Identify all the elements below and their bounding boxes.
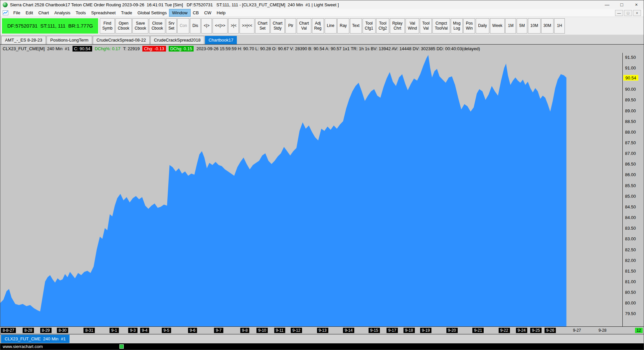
toolbar-button-find-symbol[interactable]: Find Symb bbox=[100, 18, 115, 34]
toolbar-button-connect[interactable]: Con bbox=[177, 18, 189, 34]
price-tick: 87.50 bbox=[625, 140, 636, 145]
menu-item-spreadsheet[interactable]: Spreadsheet bbox=[88, 9, 118, 16]
info-change: Chg: -0.13 bbox=[142, 46, 166, 52]
date-label: 9-18 bbox=[403, 328, 415, 333]
toolbar-button-compact-tool-values[interactable]: Cmpct ToolVal bbox=[432, 18, 450, 34]
toolbar-button-text-tool[interactable]: Text bbox=[350, 18, 362, 34]
toolbar-button-timeframe-10m[interactable]: 10M bbox=[528, 18, 540, 34]
toolbar-button-timeframe-30m[interactable]: 30M bbox=[541, 18, 554, 34]
toolbar-button-timeframe-1h[interactable]: 1H bbox=[554, 18, 565, 34]
toolbar-button-timeframe-1m[interactable]: 1M bbox=[505, 18, 516, 34]
menu-item-cb[interactable]: CB bbox=[190, 9, 202, 16]
maximize-button[interactable]: □ bbox=[614, 0, 629, 9]
mdi-close-button[interactable]: × bbox=[633, 10, 641, 16]
toolbar-button-timeframe-daily[interactable]: Daily bbox=[476, 18, 489, 34]
toolbar-button-bar-spacing-decrease-fast[interactable]: >>|<< bbox=[240, 18, 254, 34]
last-price-box: 90.54 bbox=[623, 75, 638, 80]
date-label: 9-26 bbox=[545, 328, 556, 333]
mdi-restore-button[interactable]: □ bbox=[624, 10, 632, 16]
window-controls: — □ × bbox=[600, 0, 644, 9]
time-axis[interactable]: 8-8-278-288-298-308-319-19-39-49-59-69-7… bbox=[0, 326, 644, 334]
price-area-svg bbox=[0, 53, 622, 326]
mdi-minimize-button[interactable]: — bbox=[615, 10, 623, 16]
info-daily-change: DChg: 0.15 bbox=[169, 46, 194, 52]
price-tick: 83.00 bbox=[625, 236, 636, 241]
toolbar-button-disconnect[interactable]: Dis bbox=[190, 18, 201, 34]
toolbar-button-chart-values[interactable]: Chart Val bbox=[297, 18, 311, 34]
toolbar-button-adjust-region[interactable]: Adj Reg bbox=[312, 18, 324, 34]
axis-badge: 12 bbox=[635, 328, 643, 333]
toolbar-button-position-window[interactable]: Pos Win bbox=[463, 18, 475, 34]
price-tick: 81.50 bbox=[625, 268, 636, 273]
price-scale[interactable]: 91.5091.0090.0089.5089.0088.5088.0087.50… bbox=[622, 53, 644, 326]
menu-item-global-settings[interactable]: Global Settings bbox=[135, 9, 169, 16]
toolbar-button-message-log[interactable]: Msg Log bbox=[451, 18, 463, 34]
toolbar-button-save-chartbook[interactable]: Save Cbook bbox=[132, 18, 149, 34]
menu-item-tools[interactable]: Tools bbox=[73, 9, 88, 16]
date-label: 9-24 bbox=[516, 328, 527, 333]
price-tick: 89.00 bbox=[625, 108, 636, 113]
toolbar-button-timeframe-5m[interactable]: 5M bbox=[517, 18, 527, 34]
menu-item-chart[interactable]: Chart bbox=[36, 9, 52, 16]
date-label: 9-17 bbox=[387, 328, 398, 333]
price-tick: 79.50 bbox=[625, 311, 636, 316]
info-trades: T: 22919 bbox=[123, 46, 140, 51]
menu-item-cw[interactable]: CW bbox=[202, 9, 214, 16]
toolbar-button-tool-config-1[interactable]: Tool Cfg1 bbox=[363, 18, 376, 34]
price-tick: 84.00 bbox=[625, 215, 636, 220]
date-label: 9-10 bbox=[256, 328, 268, 333]
toolbar-button-tool-config-2[interactable]: Tool Cfg2 bbox=[376, 18, 389, 34]
price-tick: 83.50 bbox=[625, 226, 636, 231]
toolbar-button-values-window[interactable]: Val Wind bbox=[405, 18, 419, 34]
price-tick: 86.00 bbox=[625, 172, 636, 177]
account-info-box: DF:57520731 ST:111, 111 BR:1.777G bbox=[2, 18, 98, 34]
toolbar-button-bar-spacing-decrease[interactable]: >|< bbox=[228, 18, 239, 34]
toolbar-button-chart-settings[interactable]: Chart Set bbox=[255, 18, 269, 34]
mdi-window-controls: — □ × bbox=[615, 10, 642, 16]
toolbar-button-ray-tool[interactable]: Ray bbox=[337, 18, 349, 34]
menu-item-analysis[interactable]: Analysis bbox=[52, 9, 73, 16]
date-label: 9-14 bbox=[343, 328, 354, 333]
toolbar-button-tool-values[interactable]: Tool Val bbox=[420, 18, 432, 34]
chartbook-tab[interactable]: Positions-LongTerm bbox=[47, 36, 92, 44]
date-label: 9-22 bbox=[499, 328, 510, 333]
minimize-button[interactable]: — bbox=[600, 0, 614, 9]
price-chart[interactable] bbox=[0, 53, 622, 326]
price-tick: 80.00 bbox=[625, 300, 636, 305]
menu-item-trade[interactable]: Trade bbox=[118, 9, 135, 16]
app-icon bbox=[3, 2, 8, 7]
date-label: 8-31 bbox=[83, 328, 95, 333]
date-label: 9-15 bbox=[369, 328, 380, 333]
toolbar-button-line-tool[interactable]: Line bbox=[325, 18, 337, 34]
toolbar-button-bar-spacing-increase-fast[interactable]: <<|>> bbox=[213, 18, 228, 34]
menu-item-window[interactable]: Window bbox=[169, 9, 190, 16]
toolbar-button-open-chartbook[interactable]: Open Cbook bbox=[115, 18, 132, 34]
date-label: 9-6 bbox=[188, 328, 197, 333]
toolbar-button-bar-spacing-increase[interactable]: <|> bbox=[201, 18, 212, 34]
toolbar-button-timeframe-week[interactable]: Week bbox=[490, 18, 505, 34]
chartbook-tab[interactable]: CrudeCrackSpread2018 bbox=[150, 36, 204, 44]
price-tick: 91.50 bbox=[625, 55, 636, 59]
toolbar-button-pointer[interactable]: Ptr bbox=[285, 18, 296, 34]
chartbook-tab[interactable]: CrudeCrackSpread-08-22 bbox=[93, 36, 150, 44]
menu-item-file[interactable]: File bbox=[11, 9, 23, 16]
toolbar-button-replay-chart[interactable]: Rplay Chrt bbox=[390, 18, 405, 34]
chartbook-tab[interactable]: AMT_-_ES 8-28-23 bbox=[1, 36, 46, 44]
chart-window-tab[interactable]: CLX23_FUT_CME 240 Min #1 bbox=[1, 335, 70, 343]
menubar: FileEditChartAnalysisToolsSpreadsheetTra… bbox=[0, 9, 644, 17]
toolbar-button-chart-studies[interactable]: Chart Stdy bbox=[270, 18, 285, 34]
titlebar[interactable]: Sierra Chart 2528 Chartbook17 Teton CME … bbox=[0, 0, 644, 9]
chart-info-bar: CLX23_FUT_CME[M] 240 Min #1C: 90.54DChg%… bbox=[0, 45, 644, 53]
close-button[interactable]: × bbox=[629, 0, 644, 9]
menu-item-help[interactable]: Help bbox=[214, 9, 228, 16]
status-indicator-icon bbox=[119, 344, 124, 349]
price-tick: 80.50 bbox=[625, 290, 636, 295]
toolbar-button-close-chartbook[interactable]: Close Cbook bbox=[149, 18, 165, 34]
price-tick: 91.00 bbox=[625, 65, 636, 70]
price-tick: 86.50 bbox=[625, 162, 636, 167]
date-label: 9-27 bbox=[571, 328, 582, 333]
price-tick: 89.50 bbox=[625, 97, 636, 102]
menu-item-edit[interactable]: Edit bbox=[23, 9, 36, 16]
chartbook-tab[interactable]: Chartbook17 bbox=[205, 36, 237, 44]
toolbar-button-server-settings[interactable]: Srv Set bbox=[166, 18, 177, 34]
